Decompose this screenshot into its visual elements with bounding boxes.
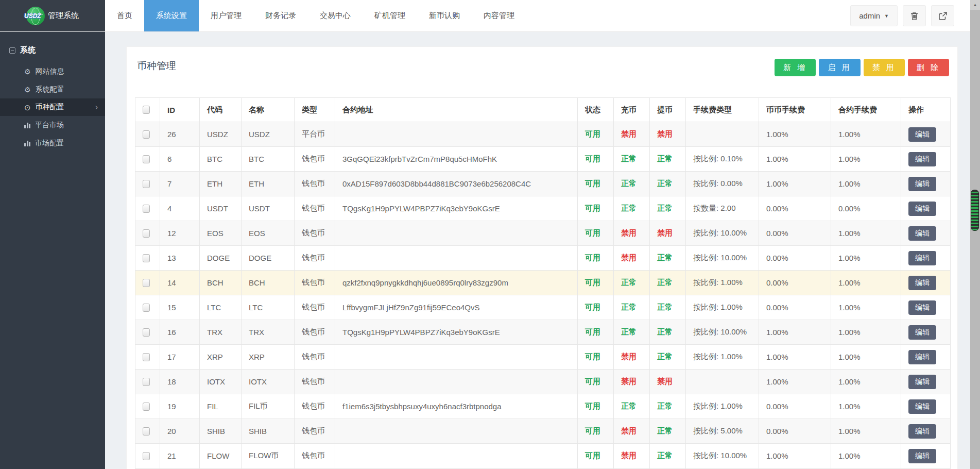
edit-button[interactable]: 编辑 (908, 127, 936, 142)
status-text: 可用 (585, 327, 600, 336)
nav-item-miner-management[interactable]: 矿机管理 (363, 0, 417, 31)
cell-coin-fee: 0.00% (759, 295, 831, 320)
cell-contract-fee: 1.00% (831, 295, 901, 320)
select-all-cell (135, 98, 160, 122)
column-header: 代码 (200, 98, 242, 122)
row-checkbox[interactable] (143, 130, 150, 139)
table-row: 6BTCBTC钱包币3GqGQEi23kfprbTvZrCm7mP8qu5cHM… (135, 147, 951, 172)
nav-item-system-settings[interactable]: 系统设置 (144, 0, 199, 31)
row-checkbox[interactable] (143, 353, 150, 361)
cell-status: 可用 (578, 246, 614, 271)
row-checkbox[interactable] (143, 155, 150, 163)
edit-button[interactable]: 编辑 (908, 325, 936, 340)
cell-deposit: 正常 (614, 271, 650, 295)
cell-withdraw: 禁用 (650, 122, 686, 147)
cell-address: 0xAD15F897d603D8bb44d881BC9073e6b256208C… (335, 172, 578, 196)
cell-withdraw: 正常 (650, 419, 686, 444)
enable-button[interactable]: 启 用 (819, 59, 860, 76)
cell-withdraw: 正常 (650, 196, 686, 221)
deposit-status-text: 禁用 (621, 426, 637, 435)
row-checkbox[interactable] (143, 328, 150, 337)
cell-status: 可用 (578, 295, 614, 320)
cell-actions: 编辑 (901, 271, 951, 295)
cell-name: DOGE (242, 246, 295, 271)
sidebar-item-platform-market[interactable]: 平台市场 (0, 116, 105, 134)
row-checkbox[interactable] (143, 452, 150, 460)
logout-button[interactable] (931, 5, 954, 26)
cell-actions: 编辑 (901, 221, 951, 246)
edit-button[interactable]: 编辑 (908, 350, 936, 364)
status-text: 可用 (585, 377, 600, 386)
edit-button[interactable]: 编辑 (908, 375, 936, 389)
edit-button[interactable]: 编辑 (908, 449, 936, 463)
cell-deposit: 禁用 (614, 444, 650, 468)
cell-withdraw: 正常 (650, 147, 686, 172)
nav-item-content-management[interactable]: 内容管理 (472, 0, 526, 31)
nav-item-finance-records[interactable]: 财务记录 (253, 0, 308, 31)
row-checkbox[interactable] (143, 279, 150, 287)
edit-button[interactable]: 编辑 (908, 276, 936, 290)
logout-icon (938, 11, 948, 21)
scrollbar-thumb[interactable] (971, 190, 979, 231)
cell-id: 21 (160, 444, 200, 468)
disable-button[interactable]: 禁 用 (864, 59, 905, 76)
edit-button[interactable]: 编辑 (908, 177, 936, 191)
cell-contract-fee: 1.00% (831, 419, 901, 444)
collapse-icon (9, 47, 15, 54)
cell-type: 钱包币 (295, 419, 335, 444)
nav-item-user-management[interactable]: 用户管理 (199, 0, 253, 31)
sidebar-item-system-config[interactable]: ⚙系统配置 (0, 80, 105, 98)
sidebar-item-site-info[interactable]: ⚙网站信息 (0, 62, 105, 80)
sidebar-item-market-config[interactable]: 市场配置 (0, 134, 105, 152)
trash-button[interactable] (903, 5, 926, 26)
card-header: 币种管理 新 增启 用禁 用删 除 (127, 47, 957, 97)
nav-item-trade-center[interactable]: 交易中心 (308, 0, 363, 31)
chevron-right-icon: › (95, 103, 98, 112)
withdraw-status-text: 正常 (657, 154, 673, 163)
row-checkbox[interactable] (143, 427, 150, 435)
edit-button[interactable]: 编辑 (908, 300, 936, 315)
admin-username: admin (859, 11, 880, 20)
nav-item-new-coin-subscription[interactable]: 新币认购 (417, 0, 472, 31)
cell-contract-fee: 0.00% (831, 196, 901, 221)
sidebar-item-coin-config[interactable]: ⊙币种配置› (0, 98, 105, 116)
status-text: 可用 (585, 204, 600, 212)
admin-dropdown[interactable]: admin ▼ (850, 5, 898, 26)
row-checkbox[interactable] (143, 403, 150, 411)
row-checkbox[interactable] (143, 378, 150, 386)
browser-scrollbar[interactable]: ▲ (970, 0, 980, 469)
delete-button[interactable]: 删 除 (908, 59, 949, 76)
deposit-status-text: 禁用 (621, 377, 637, 386)
cell-address (335, 246, 578, 271)
row-checkbox[interactable] (143, 205, 150, 213)
edit-button[interactable]: 编辑 (908, 424, 936, 439)
cell-coin-fee: 1.00% (759, 320, 831, 345)
deposit-status-text: 正常 (621, 401, 637, 410)
sidebar-item-label: 网站信息 (36, 67, 64, 76)
edit-button[interactable]: 编辑 (908, 202, 936, 216)
select-all-checkbox[interactable] (143, 106, 150, 114)
cell-id: 19 (160, 394, 200, 419)
cell-address: TQgsKg1H9pPYLW4PBPZ7iKq3ebY9oKGsrE (335, 320, 578, 345)
sidebar-section-system[interactable]: 系统 (0, 32, 105, 62)
row-checkbox[interactable] (143, 229, 150, 238)
cell-fee-type: 按比例: 1.00% (686, 271, 759, 295)
edit-button[interactable]: 编辑 (908, 226, 936, 241)
gear-icon: ⚙ (24, 86, 31, 93)
status-text: 可用 (585, 129, 600, 138)
withdraw-status-text: 正常 (657, 303, 673, 311)
cell-actions: 编辑 (901, 345, 951, 370)
row-checkbox[interactable] (143, 304, 150, 312)
row-checkbox[interactable] (143, 254, 150, 262)
row-checkbox[interactable] (143, 180, 150, 188)
edit-button[interactable]: 编辑 (908, 399, 936, 414)
cell-name: LTC (242, 295, 295, 320)
cell-type: 钱包币 (295, 196, 335, 221)
cell-type: 钱包币 (295, 246, 335, 271)
nav-item-home[interactable]: 首页 (105, 0, 144, 31)
edit-button[interactable]: 编辑 (908, 152, 936, 166)
cell-status: 可用 (578, 320, 614, 345)
edit-button[interactable]: 编辑 (908, 251, 936, 265)
scrollbar-up-arrow[interactable]: ▲ (970, 0, 980, 10)
add-button[interactable]: 新 增 (775, 59, 816, 76)
